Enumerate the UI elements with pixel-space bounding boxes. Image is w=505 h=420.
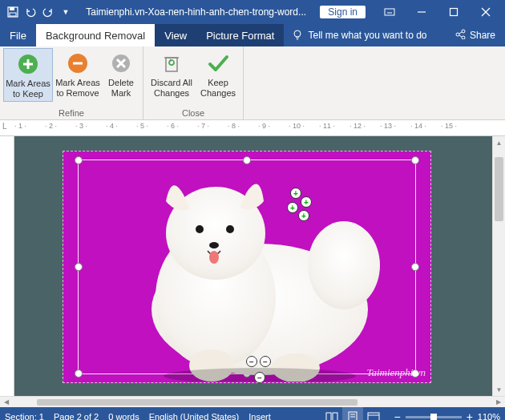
ruler-tick: · 3 · (75, 122, 87, 130)
share-button[interactable]: Share (446, 24, 505, 46)
svg-point-12 (462, 30, 465, 33)
selected-image[interactable]: + + + + − − − Taimienphi.vn (63, 151, 431, 383)
delete-mark-button[interactable]: Delete Mark (103, 48, 139, 100)
mark-remove-icon (65, 50, 91, 76)
keep-marker[interactable]: + (287, 202, 298, 213)
keep-marker[interactable]: + (298, 210, 309, 221)
ruler-tick: · 1 · (14, 122, 26, 130)
svg-point-32 (196, 225, 204, 233)
watermark: Taimienphi.vn (366, 366, 426, 379)
ruler-tick: · 9 · (258, 122, 270, 130)
ruler-tick: · 12 · (349, 122, 366, 130)
svg-point-8 (294, 30, 301, 37)
svg-line-15 (459, 35, 462, 37)
handle-sw[interactable] (75, 370, 83, 378)
zoom-slider[interactable] (406, 416, 462, 418)
ribbon-tabs: File Background Removal View Picture For… (0, 24, 505, 46)
svg-rect-2 (10, 13, 16, 16)
tab-picture-format[interactable]: Picture Format (196, 24, 284, 46)
handle-nw[interactable] (75, 156, 83, 164)
keep-changes-button[interactable]: Keep Changes (196, 48, 240, 100)
svg-point-35 (209, 251, 219, 264)
title-bar: ▼ Taimienphi.vn-Xoa-nen-hinh-anh-chen-tr… (0, 0, 505, 24)
print-layout-icon[interactable] (342, 407, 363, 420)
mark-keep-label: Mark Areas to Keep (6, 79, 50, 99)
ruler-tick: · 14 · (410, 122, 426, 130)
zoom-control: − + 110% (394, 410, 500, 420)
maximize-icon[interactable] (438, 0, 470, 24)
scroll-thumb-h[interactable] (37, 399, 358, 406)
minimize-icon[interactable] (406, 0, 438, 24)
discard-changes-button[interactable]: Discard All Changes (147, 48, 196, 100)
svg-rect-38 (333, 413, 337, 420)
ruler-tick: · 8 · (228, 122, 240, 130)
svg-rect-42 (368, 413, 379, 420)
handle-n[interactable] (243, 156, 251, 164)
keep-marker[interactable]: + (301, 196, 312, 208)
scroll-left-icon[interactable]: ◀ (0, 397, 13, 408)
tell-me-label: Tell me what you want to do (308, 30, 426, 41)
ruler-tick: · 11 · (319, 122, 335, 130)
ruler-tick: · 7 · (197, 122, 209, 130)
remove-marker[interactable]: − (260, 356, 271, 367)
status-words[interactable]: 0 words (108, 412, 139, 420)
ruler-tick: · 15 · (441, 122, 457, 130)
svg-line-14 (459, 32, 462, 34)
tell-me-search[interactable]: Tell me what you want to do (284, 24, 446, 46)
mark-areas-keep-button[interactable]: Mark Areas to Keep (3, 48, 53, 102)
tab-view[interactable]: View (155, 24, 196, 46)
save-icon[interactable] (6, 6, 19, 18)
status-section[interactable]: Section: 1 (5, 412, 44, 420)
undo-icon[interactable] (24, 6, 37, 18)
handle-w[interactable] (75, 263, 83, 271)
mark-areas-remove-button[interactable]: Mark Areas to Remove (53, 48, 103, 100)
ribbon-display-options-icon[interactable] (374, 0, 406, 24)
redo-icon[interactable] (42, 6, 55, 18)
scrollbar-horizontal[interactable]: ◀ ▶ (0, 396, 505, 407)
ruler-tick: · 13 · (380, 122, 396, 130)
remove-marker[interactable]: − (254, 372, 265, 383)
handle-e[interactable] (411, 263, 419, 271)
quick-access-toolbar: ▼ (3, 6, 72, 18)
ruler-corner: L (2, 122, 7, 131)
close-icon[interactable] (470, 0, 502, 24)
svg-rect-1 (10, 7, 14, 10)
zoom-level[interactable]: 110% (478, 412, 500, 420)
tab-background-removal[interactable]: Background Removal (36, 24, 155, 46)
zoom-slider-thumb[interactable] (430, 414, 437, 421)
scrollbar-vertical[interactable]: ▲ ▼ (492, 136, 505, 396)
status-insert-mode[interactable]: Insert (248, 412, 271, 420)
web-layout-icon[interactable] (363, 407, 384, 420)
keep-marker[interactable]: + (290, 188, 301, 199)
discard-label: Discard All Changes (148, 78, 195, 98)
sign-in-button[interactable]: Sign in (320, 6, 366, 18)
scroll-thumb-v[interactable] (495, 157, 503, 221)
tab-file[interactable]: File (0, 24, 36, 46)
share-label: Share (470, 30, 495, 41)
scroll-down-icon[interactable]: ▼ (493, 383, 505, 396)
read-mode-icon[interactable] (321, 407, 342, 420)
view-buttons (321, 407, 384, 420)
scroll-right-icon[interactable]: ▶ (492, 397, 505, 408)
scroll-up-icon[interactable]: ▲ (493, 136, 505, 149)
lightbulb-icon (292, 29, 303, 42)
mark-remove-label: Mark Areas to Remove (55, 78, 101, 98)
svg-point-11 (456, 33, 459, 36)
zoom-in-button[interactable]: + (467, 410, 473, 420)
qat-customize-icon[interactable]: ▼ (59, 6, 72, 18)
ruler-horizontal[interactable]: L · 1 ·· 2 ·· 3 ·· 4 ·· 5 ·· 6 ·· 7 ·· 8… (0, 120, 505, 136)
discard-icon (159, 50, 184, 76)
document-canvas[interactable]: + + + + − − − Taimienphi.vn (14, 136, 492, 396)
keep-icon (205, 50, 231, 76)
svg-point-13 (462, 36, 465, 39)
document-title: Taimienphi.vn-Xoa-nen-hinh-anh-chen-tron… (72, 6, 320, 18)
handle-ne[interactable] (411, 156, 419, 164)
remove-marker[interactable]: − (246, 356, 257, 367)
status-language[interactable]: English (United States) (149, 412, 240, 420)
ruler-vertical[interactable] (0, 136, 14, 396)
zoom-out-button[interactable]: − (394, 410, 400, 420)
group-close: Discard All Changes Keep Changes Close (143, 46, 244, 119)
delete-mark-label: Delete Mark (104, 78, 138, 98)
ruler-tick: · 4 · (106, 122, 118, 130)
status-page[interactable]: Page 2 of 2 (54, 412, 99, 420)
